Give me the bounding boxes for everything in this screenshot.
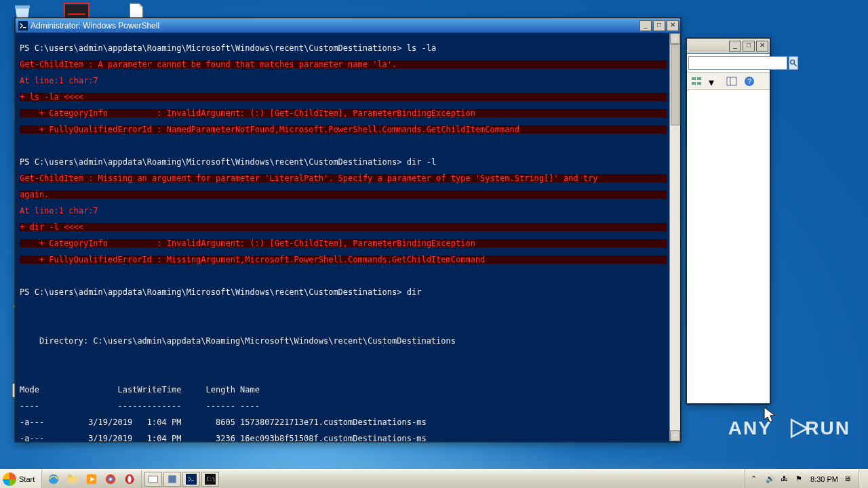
- error-line: Get-ChildItem : Missing an argument for …: [20, 174, 667, 182]
- error-line: At line:1 char:7: [20, 77, 667, 85]
- svg-text:?: ?: [747, 77, 751, 85]
- svg-point-21: [49, 474, 58, 483]
- running-tasks: C:\: [142, 470, 222, 488]
- file-row: -a--- 3/19/2019 1:04 PM 3236 16ec093b8f5…: [20, 434, 667, 441]
- volume-icon[interactable]: 🔊: [766, 474, 775, 484]
- quick-launch: [42, 470, 142, 488]
- maximize-button[interactable]: □: [653, 20, 665, 31]
- svg-rect-23: [68, 474, 72, 477]
- column-headers: Mode LastWriteTime Length Name: [20, 386, 667, 394]
- toolbar: ▾ ?: [687, 73, 770, 90]
- svg-rect-32: [169, 475, 176, 483]
- start-button[interactable]: Start: [0, 470, 42, 488]
- explorer-icon[interactable]: [64, 472, 81, 487]
- anyrun-watermark: ANY RUN: [728, 418, 850, 439]
- error-line: + FullyQualifiedErrorId : MissingArgumen…: [20, 256, 667, 264]
- windows-orb-icon: [3, 472, 16, 486]
- clock[interactable]: 8:30 PM: [810, 475, 838, 483]
- error-line: again.: [20, 190, 667, 199]
- media-player-icon[interactable]: [83, 472, 100, 487]
- opera-icon[interactable]: [121, 472, 138, 487]
- svg-marker-20: [791, 420, 807, 436]
- svg-text:C:\: C:\: [207, 476, 216, 482]
- cursor-icon: [764, 407, 777, 424]
- minimize-button[interactable]: _: [639, 20, 652, 31]
- show-desktop-button[interactable]: [859, 470, 868, 488]
- svg-point-10: [791, 60, 795, 64]
- tray-monitor-icon[interactable]: 🖥: [844, 474, 853, 484]
- powershell-icon: [18, 21, 28, 30]
- taskbar: Start C:\ ⌃ 🔊 🖧 ⚑ 8:30 PM 🖥: [0, 469, 868, 488]
- svg-rect-13: [697, 77, 701, 80]
- aux-window: _ □ ✕ ▾ ?: [686, 38, 770, 404]
- window-title: Administrator: Windows PowerShell: [31, 21, 639, 30]
- close-button[interactable]: ✕: [667, 20, 679, 31]
- task-powershell[interactable]: [182, 472, 200, 487]
- titlebar[interactable]: _ □ ✕: [687, 39, 770, 54]
- svg-rect-15: [697, 82, 701, 85]
- terminal-body[interactable]: PS C:\users\admin\appdata\Roaming\Micros…: [16, 33, 680, 441]
- task-button[interactable]: [144, 472, 162, 487]
- svg-point-30: [128, 475, 132, 483]
- titlebar[interactable]: Administrator: Windows PowerShell _ □ ✕: [16, 18, 680, 33]
- chrome-icon[interactable]: [102, 472, 119, 487]
- error-line: + dir -l <<<<: [20, 223, 667, 231]
- error-line: + FullyQualifiedErrorId : NamedParameter…: [20, 125, 667, 134]
- maximize-button[interactable]: □: [743, 41, 755, 52]
- scroll-track[interactable]: [670, 44, 680, 430]
- command: dir: [407, 287, 422, 297]
- scroll-thumb[interactable]: [671, 44, 679, 125]
- start-label: Start: [19, 475, 35, 483]
- ie-icon[interactable]: [45, 472, 62, 487]
- directory-header: Directory: C:\users\admin\appdata\Roamin…: [20, 337, 667, 345]
- scroll-down-button[interactable]: ▾: [670, 430, 680, 441]
- svg-rect-8: [68, 14, 85, 15]
- prompt: PS C:\users\admin\appdata\Roaming\Micros…: [20, 43, 402, 53]
- error-line: At line:1 char:7: [20, 207, 667, 215]
- search-row: [687, 54, 770, 73]
- powershell-window: Administrator: Windows PowerShell _ □ ✕ …: [15, 18, 681, 442]
- scroll-up-button[interactable]: ▴: [670, 33, 680, 44]
- error-line: + CategoryInfo : InvalidArgument: (:) [G…: [20, 109, 667, 117]
- scrollbar[interactable]: ▴ ▾: [669, 33, 680, 441]
- svg-rect-16: [727, 77, 736, 85]
- error-line: + CategoryInfo : InvalidArgument: (:) [G…: [20, 239, 667, 247]
- close-button[interactable]: ✕: [756, 41, 768, 52]
- task-cmd[interactable]: C:\: [201, 472, 219, 487]
- error-line: + ls -la <<<<: [20, 93, 667, 101]
- flag-icon[interactable]: ⚑: [795, 474, 805, 484]
- file-row: -a--- 3/19/2019 1:04 PM 8605 15738072217…: [20, 418, 667, 426]
- pane-icon[interactable]: [726, 76, 737, 87]
- svg-line-11: [794, 63, 797, 66]
- svg-rect-12: [692, 77, 696, 80]
- content-pane[interactable]: [687, 90, 770, 403]
- svg-rect-14: [692, 82, 696, 85]
- network-icon[interactable]: 🖧: [781, 474, 790, 484]
- tray-expand-icon[interactable]: ⌃: [751, 474, 760, 484]
- command: dir -l: [407, 157, 436, 167]
- command: ls -la: [407, 43, 436, 53]
- error-line: Get-ChildItem : A parameter cannot be fo…: [20, 60, 667, 68]
- svg-point-28: [109, 478, 112, 481]
- search-input[interactable]: [688, 56, 787, 70]
- task-button[interactable]: [163, 472, 181, 487]
- svg-rect-33: [186, 474, 197, 485]
- system-tray: ⌃ 🔊 🖧 ⚑ 8:30 PM 🖥: [745, 470, 859, 488]
- help-icon[interactable]: ?: [744, 76, 755, 87]
- minimize-button[interactable]: _: [729, 41, 741, 52]
- svg-rect-31: [149, 476, 158, 483]
- chevron-down-icon[interactable]: ▾: [709, 76, 719, 87]
- search-button[interactable]: [789, 56, 798, 70]
- column-underline: ---- ------------- ------ ----: [20, 402, 667, 410]
- view-icon[interactable]: [691, 76, 702, 87]
- desktop: Re VLC media player: [0, 0, 868, 469]
